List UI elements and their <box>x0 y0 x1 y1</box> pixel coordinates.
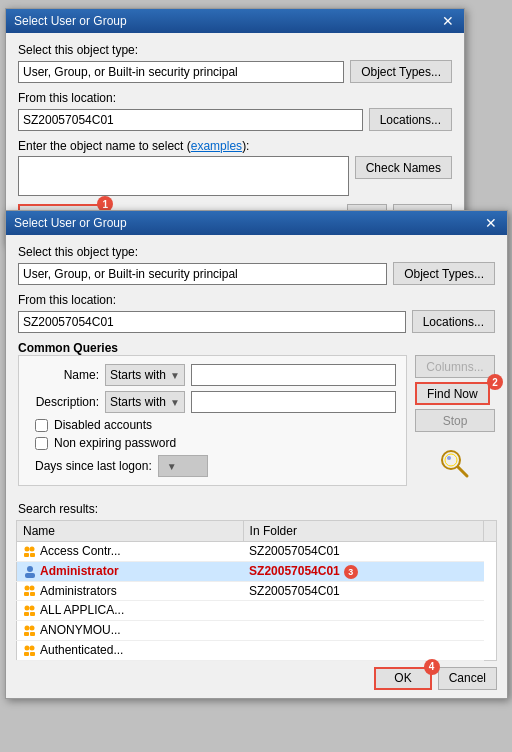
desc-query-input[interactable] <box>191 391 396 413</box>
check-names-button-1[interactable]: Check Names <box>355 156 452 179</box>
dialog-1-title: Select User or Group <box>14 14 127 28</box>
search-magnifier-icon <box>437 446 473 482</box>
svg-point-11 <box>30 586 35 591</box>
result-folder: SZ20057054C01 <box>243 542 483 562</box>
object-types-button-1[interactable]: Object Types... <box>350 60 452 83</box>
object-name-input-1[interactable] <box>18 156 349 196</box>
description-label: Description: <box>29 395 99 409</box>
result-name: Administrators <box>40 584 117 598</box>
badge-2: 2 <box>487 374 503 390</box>
col-name-header[interactable]: Name <box>17 521 244 542</box>
stop-button[interactable]: Stop <box>415 409 495 432</box>
dialog-2-title: Select User or Group <box>14 216 127 230</box>
svg-point-14 <box>25 606 30 611</box>
svg-rect-17 <box>30 612 35 616</box>
location-label-1: From this location: <box>18 91 452 105</box>
non-expiring-checkbox[interactable] <box>35 437 48 450</box>
result-folder: SZ20057054C013 <box>243 561 483 581</box>
svg-rect-20 <box>24 632 29 636</box>
result-name: Access Contr... <box>40 544 121 558</box>
non-expiring-label: Non expiring password <box>54 436 176 450</box>
group-icon <box>23 624 37 638</box>
svg-point-8 <box>27 566 33 572</box>
name-dropdown-arrow: ▼ <box>170 370 180 381</box>
name-label: Name: <box>29 368 99 382</box>
location-input-1[interactable] <box>18 109 363 131</box>
days-dropdown[interactable]: ▼ <box>158 455 208 477</box>
dialog-2-close-button[interactable]: ✕ <box>483 216 499 230</box>
badge-4: 4 <box>424 659 440 675</box>
locations-button-2[interactable]: Locations... <box>412 310 495 333</box>
svg-rect-24 <box>24 652 29 656</box>
location-label-2: From this location: <box>18 293 495 307</box>
svg-point-4 <box>25 546 30 551</box>
result-name: ANONYMOU... <box>40 623 121 637</box>
dialog-2-footer: 4 OK Cancel <box>6 661 507 698</box>
object-type-input-2[interactable] <box>18 263 387 285</box>
group-icon <box>23 644 37 658</box>
disabled-accounts-checkbox[interactable] <box>35 419 48 432</box>
cancel-button-2[interactable]: Cancel <box>438 667 497 690</box>
table-row[interactable]: ANONYMOU... <box>17 621 497 641</box>
svg-point-18 <box>25 626 30 631</box>
svg-rect-21 <box>30 632 35 636</box>
svg-point-10 <box>25 586 30 591</box>
group-icon <box>23 604 37 618</box>
svg-rect-13 <box>30 592 35 596</box>
result-name: ALL APPLICA... <box>40 603 124 617</box>
col-scroll-header <box>484 521 497 542</box>
svg-point-5 <box>30 546 35 551</box>
svg-point-23 <box>30 645 35 650</box>
table-row[interactable]: ALL APPLICA... <box>17 601 497 621</box>
name-starts-with-label: Starts with <box>110 368 166 382</box>
location-input-2[interactable] <box>18 311 406 333</box>
enter-name-label-1: Enter the object name to select (example… <box>18 139 452 153</box>
desc-starts-with-dropdown[interactable]: Starts with ▼ <box>105 391 185 413</box>
col-folder-header[interactable]: In Folder <box>243 521 483 542</box>
group-icon <box>23 584 37 598</box>
search-icon-area <box>415 446 495 482</box>
svg-point-15 <box>30 606 35 611</box>
desc-dropdown-arrow: ▼ <box>170 397 180 408</box>
result-folder <box>243 641 483 661</box>
svg-point-19 <box>30 626 35 631</box>
svg-rect-12 <box>24 592 29 596</box>
name-query-input[interactable] <box>191 364 396 386</box>
svg-rect-16 <box>24 612 29 616</box>
days-label: Days since last logon: <box>35 459 152 473</box>
ok-btn-wrapper: 4 OK <box>374 667 431 690</box>
common-queries-label: Common Queries <box>18 341 118 355</box>
disabled-accounts-label: Disabled accounts <box>54 418 152 432</box>
object-type-input-1[interactable] <box>18 61 344 83</box>
ok-button-2[interactable]: OK <box>374 667 431 690</box>
svg-point-1 <box>445 454 457 466</box>
result-folder <box>243 621 483 641</box>
desc-starts-with-label: Starts with <box>110 395 166 409</box>
svg-line-2 <box>458 467 467 476</box>
svg-rect-6 <box>24 553 29 557</box>
results-area: Name In Folder Access Contr...SZ20057054… <box>16 520 497 661</box>
table-row[interactable]: Access Contr...SZ20057054C01 <box>17 542 497 562</box>
columns-button[interactable]: Columns... <box>415 355 495 378</box>
object-types-button-2[interactable]: Object Types... <box>393 262 495 285</box>
svg-point-22 <box>25 645 30 650</box>
dialog-select-user-1: Select User or Group ✕ Select this objec… <box>5 8 465 244</box>
locations-button-1[interactable]: Locations... <box>369 108 452 131</box>
dialog-select-user-2: Select User or Group ✕ Select this objec… <box>5 210 508 699</box>
result-name: Authenticated... <box>40 643 123 657</box>
table-row[interactable]: AdministratorSZ20057054C013 <box>17 561 497 581</box>
results-table: Name In Folder Access Contr...SZ20057054… <box>16 520 497 661</box>
svg-rect-25 <box>30 652 35 656</box>
user-icon <box>23 565 37 579</box>
examples-link-1[interactable]: examples <box>191 139 242 153</box>
badge-3: 3 <box>344 565 358 579</box>
svg-rect-7 <box>30 553 35 557</box>
name-starts-with-dropdown[interactable]: Starts with ▼ <box>105 364 185 386</box>
object-type-label-2: Select this object type: <box>18 245 495 259</box>
days-dropdown-arrow: ▼ <box>167 461 177 472</box>
find-now-button[interactable]: Find Now <box>415 382 490 405</box>
table-row[interactable]: Authenticated... <box>17 641 497 661</box>
right-button-panel: Columns... 2 Find Now Stop <box>415 355 495 494</box>
dialog-1-close-button[interactable]: ✕ <box>440 14 456 28</box>
table-row[interactable]: AdministratorsSZ20057054C01 <box>17 581 497 601</box>
